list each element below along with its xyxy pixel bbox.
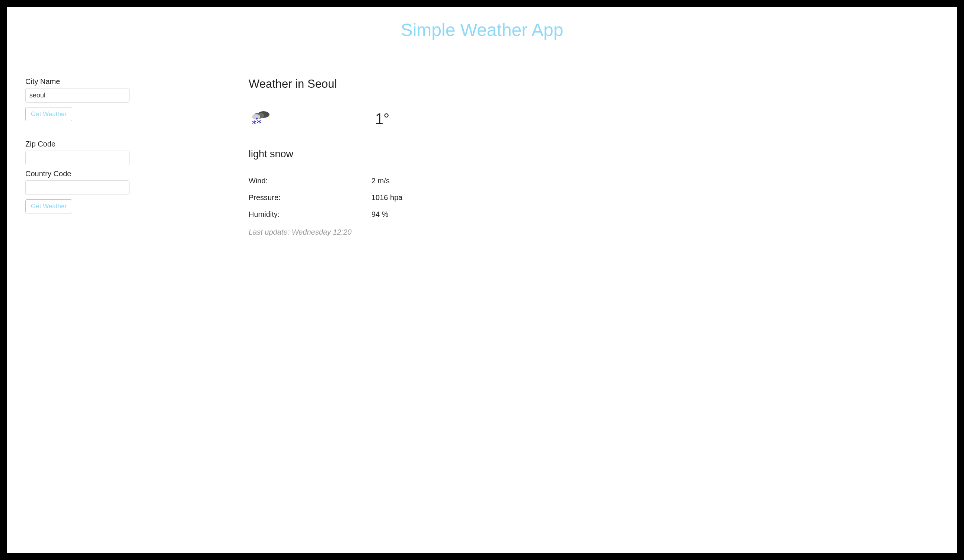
weather-display: Weather in Seoul 1° bbox=[249, 77, 939, 237]
svg-point-3 bbox=[256, 118, 258, 120]
humidity-row: Humidity: 94 % bbox=[249, 210, 939, 219]
weather-condition: light snow bbox=[249, 148, 939, 160]
country-code-label: Country Code bbox=[25, 170, 130, 178]
city-name-label: City Name bbox=[25, 77, 130, 86]
get-weather-city-button[interactable]: Get Weather bbox=[25, 107, 72, 121]
search-panel: City Name Get Weather Zip Code Country C… bbox=[25, 77, 130, 237]
last-update-text: Last update: Wednesday 12:20 bbox=[249, 228, 939, 237]
app-title: Simple Weather App bbox=[25, 20, 939, 40]
pressure-label: Pressure: bbox=[249, 193, 371, 202]
wind-label: Wind: bbox=[249, 177, 371, 185]
weather-city-title: Weather in Seoul bbox=[249, 77, 939, 91]
wind-value: 2 m/s bbox=[371, 177, 390, 185]
pressure-row: Pressure: 1016 hpa bbox=[249, 193, 939, 202]
get-weather-zip-button[interactable]: Get Weather bbox=[25, 199, 72, 213]
temperature-value: 1° bbox=[375, 110, 389, 127]
city-form: City Name Get Weather bbox=[25, 77, 130, 121]
humidity-value: 94 % bbox=[371, 210, 389, 219]
zip-code-label: Zip Code bbox=[25, 140, 130, 148]
zip-form: Zip Code Country Code Get Weather bbox=[25, 140, 130, 213]
pressure-value: 1016 hpa bbox=[371, 193, 402, 202]
humidity-label: Humidity: bbox=[249, 210, 371, 219]
snow-cloud-icon bbox=[249, 109, 271, 128]
wind-row: Wind: 2 m/s bbox=[249, 177, 939, 185]
city-name-input[interactable] bbox=[25, 88, 130, 102]
zip-code-input[interactable] bbox=[25, 151, 130, 165]
country-code-input[interactable] bbox=[25, 180, 130, 195]
